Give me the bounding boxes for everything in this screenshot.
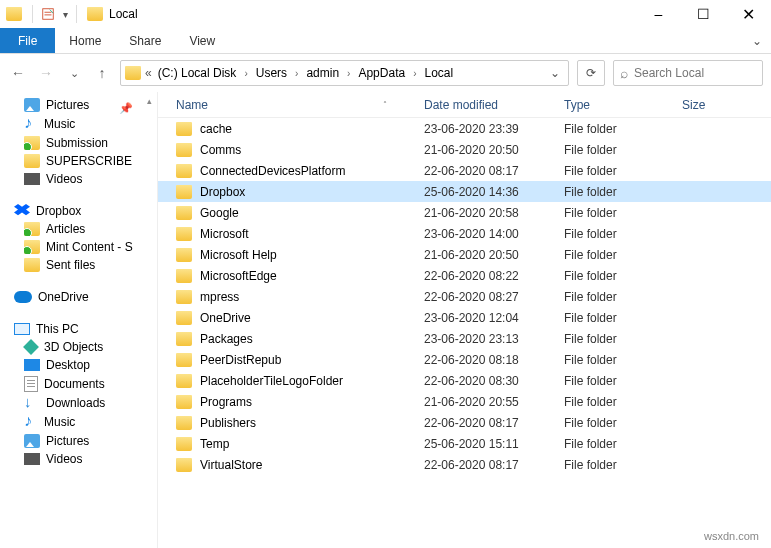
chevron-left-icon[interactable]: «	[145, 66, 152, 80]
titlebar: ▾ Local – ☐ ✕	[0, 0, 771, 28]
tab-view[interactable]: View	[175, 28, 229, 53]
folder-icon	[176, 353, 192, 367]
table-row[interactable]: Google21-06-2020 20:58File folder	[158, 202, 771, 223]
sidebar-item-label: Music	[44, 415, 75, 429]
sidebar-item[interactable]: Videos	[0, 170, 157, 188]
sidebar-head-onedrive[interactable]: OneDrive	[0, 288, 157, 306]
sidebar-item[interactable]: Videos	[0, 450, 157, 468]
table-row[interactable]: mpress22-06-2020 08:27File folder	[158, 286, 771, 307]
chevron-right-icon[interactable]: ›	[293, 68, 300, 79]
properties-icon[interactable]	[41, 7, 55, 21]
sidebar-item-label: Documents	[44, 377, 105, 391]
table-row[interactable]: Microsoft23-06-2020 14:00File folder	[158, 223, 771, 244]
chevron-right-icon[interactable]: ›	[345, 68, 352, 79]
chevron-right-icon[interactable]: ›	[411, 68, 418, 79]
sidebar-item[interactable]: 3D Objects	[0, 338, 157, 356]
search-icon: ⌕	[620, 65, 628, 81]
address-dropdown-icon[interactable]: ⌄	[546, 66, 564, 80]
folder-icon	[176, 416, 192, 430]
table-row[interactable]: Packages23-06-2020 23:13File folder	[158, 328, 771, 349]
table-row[interactable]: Dropbox25-06-2020 14:36File folder	[158, 181, 771, 202]
forward-button[interactable]: →	[36, 63, 56, 83]
sidebar-item-label: This PC	[36, 322, 79, 336]
folder-icon	[176, 227, 192, 241]
file-date: 23-06-2020 12:04	[416, 311, 556, 325]
tab-home[interactable]: Home	[55, 28, 115, 53]
refresh-button[interactable]: ⟳	[577, 60, 605, 86]
folder-icon	[176, 122, 192, 136]
breadcrumb[interactable]: Users	[254, 66, 289, 80]
file-name: Publishers	[200, 416, 256, 430]
search-placeholder: Search Local	[634, 66, 704, 80]
sidebar-item-label: Desktop	[46, 358, 90, 372]
history-dropdown-icon[interactable]: ⌄	[64, 63, 84, 83]
back-button[interactable]: ←	[8, 63, 28, 83]
breadcrumb[interactable]: (C:) Local Disk	[156, 66, 239, 80]
separator	[76, 5, 77, 23]
file-list: cache23-06-2020 23:39File folderComms21-…	[158, 118, 771, 475]
tab-share[interactable]: Share	[115, 28, 175, 53]
sidebar-item[interactable]: Sent files	[0, 256, 157, 274]
table-row[interactable]: Temp25-06-2020 15:11File folder	[158, 433, 771, 454]
sidebar-item[interactable]: Documents	[0, 374, 157, 394]
ribbon-tabs: File Home Share View ⌄	[0, 28, 771, 54]
3d-objects-icon	[23, 339, 39, 355]
sidebar-item[interactable]: Pictures📌	[0, 96, 157, 114]
table-row[interactable]: OneDrive23-06-2020 12:04File folder	[158, 307, 771, 328]
table-row[interactable]: Microsoft Help21-06-2020 20:50File folde…	[158, 244, 771, 265]
file-type: File folder	[556, 143, 674, 157]
sidebar-item[interactable]: ♪Music	[0, 114, 157, 134]
folder-icon	[125, 66, 141, 80]
quick-access-toolbar: ▾	[0, 5, 83, 23]
breadcrumb[interactable]: admin	[304, 66, 341, 80]
minimize-button[interactable]: –	[636, 0, 681, 28]
table-row[interactable]: cache23-06-2020 23:39File folder	[158, 118, 771, 139]
column-name[interactable]: Name ˄	[168, 98, 416, 112]
content-pane: Name ˄ Date modified Type Size cache23-0…	[158, 92, 771, 548]
file-type: File folder	[556, 395, 674, 409]
folder-icon	[6, 7, 22, 21]
sidebar-item[interactable]: Desktop	[0, 356, 157, 374]
sidebar-item-label: Pictures	[46, 98, 89, 112]
sidebar-head-dropbox[interactable]: Dropbox	[0, 202, 157, 220]
search-input[interactable]: ⌕ Search Local	[613, 60, 763, 86]
tab-file[interactable]: File	[0, 28, 55, 53]
table-row[interactable]: Comms21-06-2020 20:50File folder	[158, 139, 771, 160]
sidebar-item-label: Sent files	[46, 258, 95, 272]
sidebar-item[interactable]: Pictures	[0, 432, 157, 450]
sort-asc-icon: ˄	[383, 100, 387, 109]
table-row[interactable]: VirtualStore22-06-2020 08:17File folder	[158, 454, 771, 475]
column-type[interactable]: Type	[556, 98, 674, 112]
folder-icon	[176, 374, 192, 388]
table-row[interactable]: Publishers22-06-2020 08:17File folder	[158, 412, 771, 433]
ribbon-expand-icon[interactable]: ⌄	[743, 28, 771, 53]
table-row[interactable]: Programs21-06-2020 20:55File folder	[158, 391, 771, 412]
table-row[interactable]: PeerDistRepub22-06-2020 08:18File folder	[158, 349, 771, 370]
maximize-button[interactable]: ☐	[681, 0, 726, 28]
table-row[interactable]: ConnectedDevicesPlatform22-06-2020 08:17…	[158, 160, 771, 181]
up-button[interactable]: ↑	[92, 63, 112, 83]
sidebar-item[interactable]: Articles	[0, 220, 157, 238]
address-bar[interactable]: « (C:) Local Disk › Users › admin › AppD…	[120, 60, 569, 86]
sidebar-item[interactable]: ♪Music	[0, 412, 157, 432]
sidebar-item[interactable]: SUPERSCRIBE	[0, 152, 157, 170]
qat-dropdown-icon[interactable]: ▾	[63, 9, 68, 20]
column-size[interactable]: Size	[674, 98, 734, 112]
chevron-right-icon[interactable]: ›	[242, 68, 249, 79]
sidebar-item[interactable]: Mint Content - S	[0, 238, 157, 256]
file-type: File folder	[556, 164, 674, 178]
column-date[interactable]: Date modified	[416, 98, 556, 112]
close-button[interactable]: ✕	[726, 0, 771, 28]
sidebar-head-thispc[interactable]: This PC	[0, 320, 157, 338]
file-date: 22-06-2020 08:18	[416, 353, 556, 367]
file-date: 22-06-2020 08:17	[416, 458, 556, 472]
sidebar-item[interactable]: Downloads	[0, 394, 157, 412]
table-row[interactable]: PlaceholderTileLogoFolder22-06-2020 08:3…	[158, 370, 771, 391]
file-name: Dropbox	[200, 185, 245, 199]
file-date: 23-06-2020 23:39	[416, 122, 556, 136]
breadcrumb[interactable]: Local	[422, 66, 455, 80]
file-name: Temp	[200, 437, 229, 451]
sidebar-item[interactable]: Submission	[0, 134, 157, 152]
breadcrumb[interactable]: AppData	[356, 66, 407, 80]
table-row[interactable]: MicrosoftEdge22-06-2020 08:22File folder	[158, 265, 771, 286]
